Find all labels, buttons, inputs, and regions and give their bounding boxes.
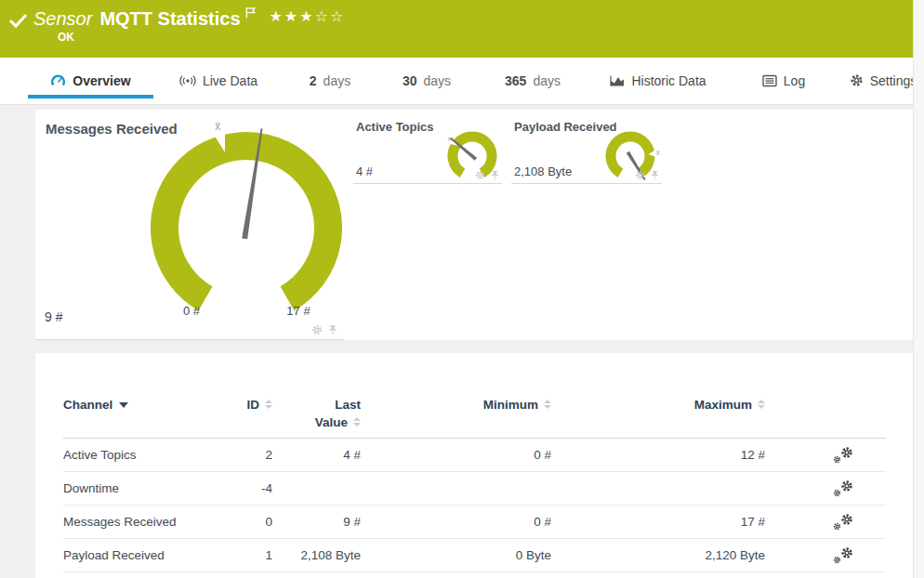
sort-icon [544,400,551,409]
svg-text:x̄: x̄ [656,149,660,157]
edit-channel-gears-icon[interactable] [833,446,853,465]
table-row[interactable]: Messages Received 0 9 # 0 # 17 # [63,506,886,539]
tab-2-days[interactable]: 2 days [299,58,361,103]
stars-empty: ☆☆ [315,8,346,24]
tab-live-data-label: Live Data [203,73,257,88]
current-value: 9 # [45,309,62,324]
tab-settings[interactable]: Settings [840,58,924,103]
edit-channel-gears-icon[interactable] [833,546,853,565]
sort-desc-icon [119,402,128,408]
tab-log-label: Log [784,73,805,88]
channel-id: 1 [212,539,272,572]
tab-settings-label: Settings [870,73,917,88]
column-header-last-value[interactable]: Last Value [272,385,361,439]
tab-live-data[interactable]: Live Data [167,58,270,103]
channel-last-value: 4 # [272,439,361,472]
tab-30-days[interactable]: 30 days [390,58,463,103]
channel-table: Channel ID Last Value Minimum Maximum Ac… [63,385,886,572]
channel-last-value: 2,108 Byte [272,539,361,572]
tab-historic-data[interactable]: Historic Data [597,58,719,103]
scrollbar[interactable] [913,0,924,578]
sort-icon [353,417,361,427]
tab-365-days-label: days [533,73,561,88]
tab-2-days-label: days [323,73,351,88]
channel-name-link[interactable]: Active Topics [63,439,212,472]
channel-table-section: Channel ID Last Value Minimum Maximum Ac… [35,353,914,578]
tab-365-days-number: 365 [505,73,526,88]
stars-filled: ★★★ [270,8,315,24]
overview-gauges-section: Messages Received x̄ 0 # 17 # 9 # Active… [35,110,914,340]
tab-30-days-label: days [424,73,452,88]
widget-settings-gear-icon[interactable] [475,170,485,180]
sensor-header: Sensor MQTT Statistics ★★★☆☆ OK [0,0,924,58]
active-topics-gauge: x̄ [440,125,508,190]
tab-historic-data-label: Historic Data [631,73,706,88]
payload-received-gauge: x̄ [598,125,667,190]
column-header-minimum[interactable]: Minimum [361,385,551,439]
widget-pin-icon[interactable] [490,170,500,180]
channel-name-link[interactable]: Messages Received [63,506,212,539]
edit-channel-gears-icon[interactable] [833,479,853,498]
tab-30-days-number: 30 [403,73,417,88]
table-header-row: Channel ID Last Value Minimum Maximum [63,385,886,439]
channel-last-value [272,472,361,506]
priority-stars[interactable]: ★★★☆☆ [270,7,346,25]
widget-pin-icon[interactable] [650,170,660,180]
table-row[interactable]: Downtime -4 [63,472,886,506]
column-header-channel[interactable]: Channel [63,385,212,439]
channel-minimum [361,472,551,506]
log-icon [762,74,777,87]
status-ok-check-icon [8,12,29,29]
object-kind-label: Sensor [33,7,92,31]
channel-id: 2 [212,439,272,472]
channel-name-link[interactable]: Payload Received [63,539,212,572]
tab-log[interactable]: Log [753,58,814,103]
tab-365-days[interactable]: 365 days [491,58,574,103]
channel-id: -4 [212,472,272,506]
sensor-title-row: Sensor MQTT Statistics ★★★☆☆ [33,7,345,31]
sort-icon [758,400,765,409]
widget-active-topics: Active Topics x̄ 4 # [353,110,502,184]
channel-id: 0 [212,506,272,539]
widget-messages-received: Messages Received x̄ 0 # 17 # 9 # [35,110,344,340]
current-value: 4 # [356,164,373,178]
channel-minimum: 0 # [361,439,551,472]
prtg-sensor-page: Sensor MQTT Statistics ★★★☆☆ OK Overview [0,0,924,578]
channel-maximum: 17 # [551,506,765,539]
channel-name-link[interactable]: Downtime [63,472,212,506]
tab-overview[interactable]: Overview [28,58,153,103]
table-row[interactable]: Active Topics 2 4 # 0 # 12 # [63,439,886,472]
widget-payload-received: Payload Received x̄ 2,108 Byte [511,110,662,184]
gauge-icon [50,73,66,88]
channel-maximum [551,472,765,506]
historic-data-icon [610,74,625,87]
widget-settings-gear-icon[interactable] [311,324,323,335]
priority-flag-icon[interactable] [245,6,257,22]
messages-received-gauge: x̄ [125,107,367,335]
channel-minimum: 0 Byte [361,539,551,572]
current-value: 2,108 Byte [514,164,572,178]
sensor-tabbar: Overview Live Data 2 days 30 days 365 da… [0,58,924,105]
svg-text:x̄: x̄ [215,120,220,133]
channel-maximum: 12 # [551,439,765,472]
gauge-max-label: 17 # [271,304,326,318]
channel-last-value: 9 # [272,506,361,539]
channel-minimum: 0 # [361,506,551,539]
sort-icon [265,400,272,409]
live-data-icon [179,74,196,87]
widget-title: Active Topics [356,120,434,134]
widget-settings-gear-icon[interactable] [635,170,645,180]
tab-overview-label: Overview [73,73,130,88]
table-row[interactable]: Payload Received 1 2,108 Byte 0 Byte 2,1… [63,539,886,572]
settings-gear-icon [850,73,864,87]
column-header-id[interactable]: ID [212,385,272,439]
status-badge: OK [58,31,74,44]
widget-pin-icon[interactable] [327,324,338,335]
gauge-min-label: 0 # [164,304,219,318]
tab-2-days-number: 2 [310,73,317,88]
channel-maximum: 2,120 Byte [551,539,765,572]
page-title: MQTT Statistics [99,7,240,31]
column-header-maximum[interactable]: Maximum [551,385,765,439]
edit-channel-gears-icon[interactable] [833,513,853,532]
